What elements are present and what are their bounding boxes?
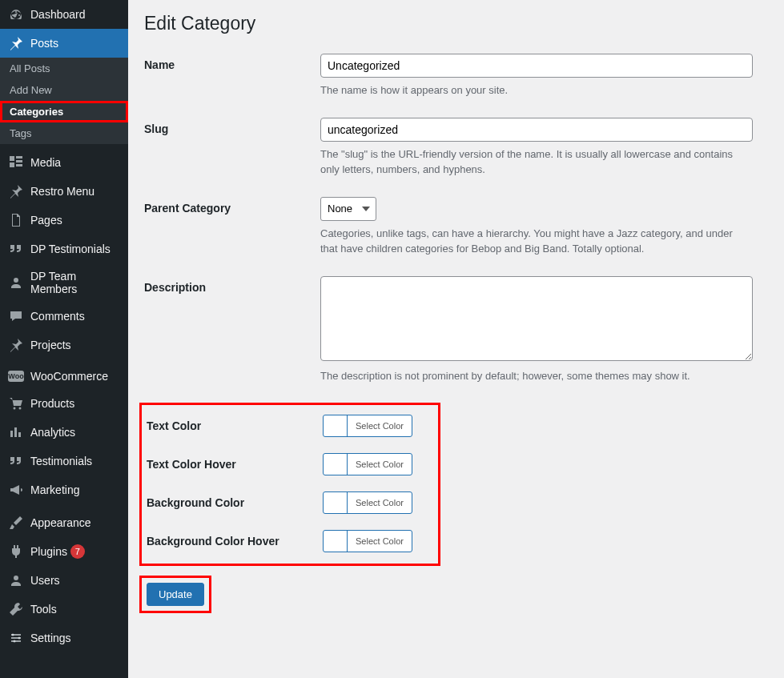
- submenu-categories[interactable]: Categories: [0, 101, 128, 122]
- text-color-hover-button[interactable]: Select Color: [323, 453, 412, 475]
- sidebar-item-projects[interactable]: Projects: [0, 331, 128, 359]
- sidebar-item-label: Analytics: [30, 426, 75, 439]
- quote-icon: [8, 241, 24, 257]
- sidebar-item-tools[interactable]: Tools: [0, 595, 128, 624]
- bg-color-hover-button[interactable]: Select Color: [323, 530, 412, 552]
- content-area: Edit Category Name The name is how it ap…: [128, 0, 784, 678]
- settings-icon: [8, 630, 24, 646]
- sidebar-item-label: WooCommerce: [30, 370, 108, 383]
- color-fields-highlight: Text Color Select Color Text Color Hover…: [139, 403, 440, 566]
- woo-icon: Woo: [8, 371, 24, 382]
- plugin-update-badge: 7: [70, 544, 85, 559]
- description-textarea[interactable]: [320, 276, 753, 361]
- sidebar-item-analytics[interactable]: Analytics: [0, 418, 128, 447]
- sidebar-item-label: Restro Menu: [30, 185, 94, 198]
- sidebar-item-label: Tools: [30, 603, 57, 616]
- pin-icon: [8, 35, 24, 51]
- submenu-add-new[interactable]: Add New: [0, 79, 128, 101]
- field-row-bg-color-hover: Background Color Hover Select Color: [147, 530, 433, 554]
- sidebar-item-label: Comments: [30, 310, 85, 323]
- description-help: The description is not prominent by defa…: [320, 368, 753, 384]
- svg-point-1: [19, 407, 22, 410]
- sidebar-item-posts[interactable]: Posts: [0, 29, 128, 58]
- sidebar-item-label: Users: [30, 574, 60, 587]
- field-row-description: Description The description is not promi…: [144, 276, 768, 384]
- sidebar-item-restro-menu[interactable]: Restro Menu: [0, 177, 128, 206]
- bg-color-label: Background Color: [147, 491, 323, 509]
- select-color-label: Select Color: [348, 498, 412, 507]
- sidebar-item-comments[interactable]: Comments: [0, 302, 128, 331]
- bg-color-button[interactable]: Select Color: [323, 491, 412, 514]
- parent-description: Categories, unlike tags, can have a hier…: [320, 226, 753, 257]
- admin-sidebar: Dashboard Posts All Posts Add New Catego…: [0, 0, 128, 678]
- brush-icon: [8, 515, 24, 531]
- sidebar-item-label: Dashboard: [30, 8, 86, 21]
- description-label: Description: [144, 276, 320, 294]
- sidebar-item-marketing[interactable]: Marketing: [0, 475, 128, 504]
- field-row-text-color: Text Color Select Color: [147, 415, 433, 439]
- sidebar-item-label: Pages: [30, 214, 62, 227]
- slug-description: The "slug" is the URL-friendly version o…: [320, 146, 753, 178]
- sidebar-item-label: Settings: [30, 632, 71, 644]
- sidebar-item-dashboard[interactable]: Dashboard: [0, 0, 128, 29]
- sidebar-item-settings[interactable]: Settings: [0, 624, 128, 652]
- select-color-label: Select Color: [348, 459, 412, 469]
- sidebar-item-media[interactable]: Media: [0, 148, 128, 177]
- name-input[interactable]: [320, 54, 753, 78]
- megaphone-icon: [8, 482, 24, 498]
- sidebar-item-label: Products: [30, 397, 74, 410]
- name-description: The name is how it appears on your site.: [320, 82, 753, 98]
- sidebar-item-label: Testimonials: [30, 455, 92, 467]
- slug-input[interactable]: [320, 118, 753, 142]
- sidebar-item-label: Appearance: [30, 516, 91, 529]
- posts-submenu: All Posts Add New Categories Tags: [0, 58, 128, 144]
- update-highlight: Update: [139, 576, 211, 613]
- page-title: Edit Category: [144, 13, 768, 34]
- sidebar-item-users[interactable]: Users: [0, 566, 128, 595]
- sidebar-item-label: DP Team Members: [30, 270, 120, 295]
- text-color-label: Text Color: [147, 415, 323, 432]
- sidebar-item-appearance[interactable]: Appearance: [0, 508, 128, 537]
- sidebar-item-testimonials[interactable]: Testimonials: [0, 447, 128, 475]
- user-icon: [8, 275, 24, 291]
- media-icon: [8, 154, 24, 171]
- sidebar-item-label: Projects: [30, 339, 71, 351]
- pin-icon: [8, 183, 24, 199]
- sidebar-item-pages[interactable]: Pages: [0, 206, 128, 235]
- color-swatch: [324, 531, 348, 552]
- dashboard-icon: [8, 6, 24, 22]
- bg-color-hover-label: Background Color Hover: [147, 530, 323, 548]
- sidebar-item-label: Posts: [30, 37, 58, 50]
- analytics-icon: [8, 424, 24, 440]
- color-swatch: [324, 492, 348, 513]
- svg-point-4: [14, 640, 16, 643]
- select-color-label: Select Color: [348, 421, 412, 431]
- sidebar-item-dp-testimonials[interactable]: DP Testimonials: [0, 235, 128, 263]
- submenu-tags[interactable]: Tags: [0, 122, 128, 144]
- user-icon: [8, 572, 24, 588]
- field-row-name: Name The name is how it appears on your …: [144, 54, 768, 98]
- sidebar-item-dp-team-members[interactable]: DP Team Members: [0, 263, 128, 302]
- comment-icon: [8, 308, 24, 324]
- sidebar-item-label: Media: [30, 156, 61, 169]
- name-label: Name: [144, 54, 320, 71]
- field-row-bg-color: Background Color Select Color: [147, 491, 433, 516]
- color-swatch: [324, 415, 348, 436]
- text-color-hover-label: Text Color Hover: [147, 453, 323, 471]
- svg-point-0: [14, 407, 16, 410]
- parent-label: Parent Category: [144, 197, 320, 215]
- slug-label: Slug: [144, 118, 320, 135]
- svg-point-3: [18, 637, 21, 640]
- pin-icon: [8, 337, 24, 353]
- sidebar-item-label: DP Testimonials: [30, 243, 111, 255]
- sidebar-item-label: Plugins: [30, 545, 67, 558]
- parent-select[interactable]: None: [320, 197, 376, 221]
- submenu-all-posts[interactable]: All Posts: [0, 58, 128, 79]
- sidebar-item-products[interactable]: Products: [0, 389, 128, 418]
- text-color-button[interactable]: Select Color: [323, 415, 412, 437]
- sidebar-item-plugins[interactable]: Plugins 7: [0, 537, 128, 566]
- update-button[interactable]: Update: [147, 583, 204, 606]
- field-row-slug: Slug The "slug" is the URL-friendly vers…: [144, 118, 768, 178]
- svg-point-2: [12, 634, 14, 636]
- sidebar-item-woocommerce[interactable]: Woo WooCommerce: [0, 363, 128, 389]
